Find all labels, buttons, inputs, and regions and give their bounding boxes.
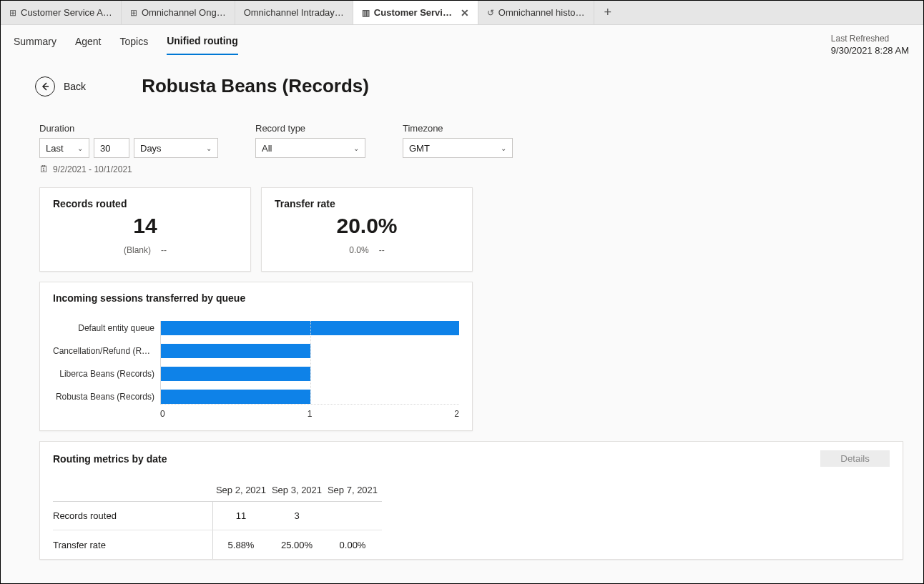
tab-label: Omnichannel Intraday… [244, 7, 344, 18]
duration-unit-select[interactable]: Days ⌄ [134, 138, 218, 158]
page-title: Robusta Beans (Records) [142, 75, 369, 97]
select-value: GMT [409, 143, 430, 154]
kpi-sub-label: (Blank) [124, 245, 151, 255]
record-type-select[interactable]: All ⌄ [255, 138, 365, 158]
kpi-sub: 0.0% -- [349, 245, 384, 255]
details-button[interactable]: Details [820, 450, 890, 467]
back-button[interactable]: Back [35, 76, 86, 96]
metrics-title: Routing metrics by date [53, 453, 890, 465]
select-value: Days [140, 143, 162, 154]
metrics-cell: 11 [213, 510, 269, 521]
chart-y-labels: Default entity queueCancellation/Refund … [53, 321, 160, 405]
chart-x-tick: 1 [308, 409, 313, 419]
history-icon: ↺ [487, 8, 494, 18]
timezone-select[interactable]: GMT ⌄ [403, 138, 513, 158]
tab-label: Customer Service historic… [374, 7, 453, 18]
chart-bar [161, 367, 310, 381]
filter-label: Duration [39, 123, 218, 134]
top-tab[interactable]: ⊞ Omnichannel Ong… [122, 1, 235, 24]
top-tab-strip: ⊞ Customer Service A… ⊞ Omnichannel Ong…… [1, 1, 923, 25]
kpi-transfer-rate: Transfer rate 20.0% 0.0% -- [261, 187, 473, 272]
page-body: Summary Agent Topics Unified routing Las… [1, 25, 923, 583]
filter-duration: Duration Last ⌄ 30 Days ⌄ [39, 123, 218, 158]
last-refreshed-value: 9/30/2021 8:28 AM [831, 45, 909, 56]
kpi-records-routed: Records routed 14 (Blank) -- [39, 187, 251, 272]
metrics-row-label: Records routed [53, 502, 213, 530]
metrics-date: Sep 3, 2021 [269, 485, 325, 495]
chart-y-label: Cancellation/Refund (Rec… [53, 344, 154, 358]
chevron-down-icon: ⌄ [77, 144, 83, 152]
metrics-cell: 0.00% [325, 540, 380, 550]
report-icon: ▥ [362, 8, 370, 18]
top-tab[interactable]: Omnichannel Intraday… [235, 1, 353, 24]
chart-title: Incoming sessions transferred by queue [53, 292, 459, 304]
kpi-row: Records routed 14 (Blank) -- Transfer ra… [39, 187, 910, 272]
page-header: Back Robusta Beans (Records) [35, 75, 910, 97]
kpi-title: Transfer rate [275, 198, 335, 209]
last-refreshed-label: Last Refreshed [831, 34, 909, 44]
select-value: Last [46, 143, 64, 154]
kpi-sub-value: -- [379, 245, 385, 255]
chart-x-tick: 2 [454, 409, 459, 419]
back-arrow-icon [35, 76, 55, 96]
kpi-value: 20.0% [336, 214, 397, 238]
tab-label: Customer Service A… [21, 7, 112, 18]
date-range: 🗓 9/2/2021 - 10/1/2021 [39, 164, 910, 174]
filter-label: Record type [255, 123, 365, 134]
subnav-topics[interactable]: Topics [120, 36, 149, 54]
chart-y-label: Liberca Beans (Records) [53, 367, 154, 381]
metrics-table-card: Routing metrics by date Details Sep 2, 2… [39, 441, 903, 560]
chart-plot-area [160, 321, 459, 405]
calendar-icon: 🗓 [39, 164, 49, 174]
kpi-value: 14 [133, 214, 157, 238]
chart-bar [161, 390, 310, 404]
metrics-cell: 3 [269, 510, 325, 521]
subnav-agent[interactable]: Agent [75, 36, 102, 54]
duration-value-input[interactable]: 30 [94, 138, 129, 158]
metrics-row: Records routed 11 3 [53, 502, 382, 530]
kpi-sub-label: 0.0% [349, 245, 368, 255]
metrics-row: Transfer rate 5.88% 25.00% 0.00% [53, 530, 382, 559]
metrics-date: Sep 7, 2021 [325, 485, 380, 495]
chart-bar [161, 344, 310, 358]
chevron-down-icon: ⌄ [353, 144, 359, 152]
metrics-date: Sep 2, 2021 [213, 485, 269, 495]
metrics-header: Sep 2, 2021 Sep 3, 2021 Sep 7, 2021 [53, 485, 890, 495]
grid-icon: ⊞ [130, 8, 137, 18]
chevron-down-icon: ⌄ [206, 144, 212, 152]
filter-label: Timezone [403, 123, 513, 134]
chart-x-tick: 0 [160, 409, 165, 419]
metrics-cell: 25.00% [269, 540, 325, 550]
new-tab-button[interactable]: + [594, 1, 622, 24]
select-value: All [262, 143, 272, 154]
chart-y-label: Default entity queue [53, 321, 154, 335]
metrics-cell: 5.88% [213, 540, 269, 550]
tab-label: Omnichannel histo… [498, 7, 585, 18]
top-tab[interactable]: ↺ Omnichannel histo… [478, 1, 594, 24]
kpi-sub-value: -- [161, 245, 167, 255]
report-subnav: Summary Agent Topics Unified routing [14, 35, 910, 55]
hbar-chart: Default entity queueCancellation/Refund … [53, 321, 459, 405]
top-tab-active[interactable]: ▥ Customer Service historic… ✕ [353, 1, 478, 24]
chart-card: Incoming sessions transferred by queue D… [39, 282, 473, 431]
filters-row: Duration Last ⌄ 30 Days ⌄ Record type Al… [39, 123, 910, 158]
back-label: Back [64, 81, 86, 92]
chevron-down-icon: ⌄ [501, 144, 506, 152]
filter-record-type: Record type All ⌄ [255, 123, 365, 158]
close-icon[interactable]: ✕ [461, 7, 469, 19]
top-tab[interactable]: ⊞ Customer Service A… [1, 1, 122, 24]
select-value: 30 [100, 143, 110, 154]
kpi-sub: (Blank) -- [124, 245, 167, 255]
chart-x-ticks: 012 [160, 409, 459, 419]
kpi-title: Records routed [53, 198, 127, 209]
date-range-text: 9/2/2021 - 10/1/2021 [53, 164, 132, 174]
metrics-row-label: Transfer rate [53, 530, 213, 559]
subnav-summary[interactable]: Summary [14, 36, 56, 54]
last-refreshed: Last Refreshed 9/30/2021 8:28 AM [831, 34, 909, 56]
filter-timezone: Timezone GMT ⌄ [403, 123, 513, 158]
duration-mode-select[interactable]: Last ⌄ [39, 138, 89, 158]
grid-icon: ⊞ [9, 8, 16, 18]
chart-y-label: Robusta Beans (Records) [53, 390, 154, 404]
subnav-unified-routing[interactable]: Unified routing [167, 35, 238, 55]
tab-label: Omnichannel Ong… [142, 7, 226, 18]
